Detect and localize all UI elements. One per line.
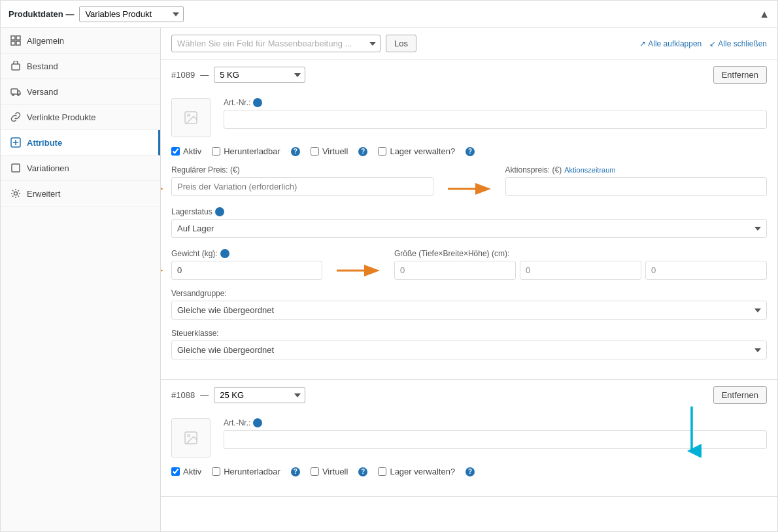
lagerstatus-label-1089: Lagerstatus ? [171, 207, 767, 216]
lagerstatus-row-1089: Lagerstatus ? Auf Lager Nicht auf Lager … [171, 207, 767, 238]
art-nr-help-1088[interactable]: ? [253, 418, 262, 427]
art-nr-container-1088: Art.-Nr.: ? [224, 418, 767, 449]
orange-arrow-price-middle [447, 165, 492, 198]
variation-image-1088[interactable] [171, 418, 211, 457]
sidebar-item-allgemein[interactable]: Allgemein [1, 28, 160, 54]
sidebar-item-erweitert[interactable]: Erweitert [1, 181, 160, 207]
tag-icon [10, 137, 22, 148]
steuerklasse-select-1089[interactable]: Gleiche wie übergeordnet [171, 341, 767, 359]
art-nr-label-1088: Art.-Nr.: ? [224, 418, 767, 427]
herunterladbar-checkbox-1089[interactable]: Herunterladbar [212, 146, 280, 156]
virtuell-help-1089[interactable]: ? [358, 147, 367, 156]
product-data-title: Produktdaten — [8, 9, 74, 19]
truck-icon [10, 86, 22, 97]
groesse-label-1089: Größe (Tiefe×Breite×Höhe) (cm): [394, 249, 767, 258]
variation-id-1088: #1088 [171, 390, 195, 400]
alle-aufklappen-link[interactable]: ↗ Alle aufklappen [639, 39, 702, 48]
weight-size-section-1089: Gewicht (kg): ? [171, 247, 767, 280]
hoehe-input-1089[interactable] [645, 261, 767, 280]
sidebar-label-bestand: Bestand [27, 61, 58, 71]
sidebar-label-versand: Versand [27, 87, 58, 97]
aktiv-checkbox-1089[interactable]: Aktiv [171, 146, 201, 156]
variation-header-1089: #1089 — 5 KG 10 KG 25 KG 50 KG Entfernen [161, 59, 777, 90]
gewicht-field-1089: Gewicht (kg): ? [171, 249, 322, 280]
gewicht-help-1089[interactable]: ? [220, 249, 229, 258]
lager-help-1088[interactable]: ? [465, 467, 475, 476]
sidebar-label-verlinkte-produkte: Verlinkte Produkte [27, 112, 96, 122]
sidebar-item-variationen[interactable]: Variationen [1, 156, 160, 181]
breite-input-1089[interactable] [520, 261, 641, 280]
gewicht-label-1089: Gewicht (kg): ? [171, 249, 322, 258]
svg-rect-2 [11, 41, 15, 45]
alle-schliessen-link[interactable]: ↙ Alle schließen [709, 39, 767, 48]
sidebar-item-attribute[interactable]: Attribute [1, 130, 160, 156]
variation-id-1089: #1089 [171, 70, 195, 80]
steuerklasse-row-1089: Steuerklasse: Gleiche wie übergeordnet [171, 329, 767, 359]
variation-top-row-1089: Art.-Nr.: ? [171, 98, 767, 137]
versandgruppe-select-1089[interactable]: Gleiche wie übergeordnet [171, 301, 767, 320]
virtuell-checkbox-1088[interactable]: Virtuell [311, 467, 348, 476]
size-inputs-1089 [394, 261, 767, 280]
variation-top-row-1088: Art.-Nr.: ? [171, 418, 767, 457]
sidebar-label-variationen: Variationen [27, 163, 69, 173]
product-type-select[interactable]: Variables Produkt [79, 6, 184, 22]
svg-point-6 [12, 94, 14, 95]
expand-controls: ↗ Alle aufklappen ↙ Alle schließen [639, 39, 767, 48]
art-nr-container-1089: Art.-Nr.: ? [224, 98, 767, 129]
sidebar-label-allgemein: Allgemein [27, 36, 64, 46]
virtuell-help-1088[interactable]: ? [358, 467, 367, 476]
groesse-field-1089: Größe (Tiefe×Breite×Höhe) (cm): [394, 249, 767, 280]
sidebar-item-bestand[interactable]: Bestand [1, 54, 160, 79]
herunterladbar-help-1089[interactable]: ? [291, 147, 300, 156]
variation-size-select-1089[interactable]: 5 KG 10 KG 25 KG 50 KG [214, 67, 305, 83]
aktiv-checkbox-1088[interactable]: Aktiv [171, 467, 201, 476]
lagerstatus-help-1089[interactable]: ? [215, 207, 224, 216]
variation-image-1089[interactable] [171, 98, 211, 137]
svg-rect-1 [16, 36, 20, 40]
svg-point-10 [14, 192, 18, 195]
tiefe-input-1089[interactable] [394, 261, 516, 280]
variation-body-1088: Art.-Nr.: ? [161, 410, 777, 496]
orange-arrow-weight-middle [335, 247, 381, 280]
svg-rect-0 [11, 36, 15, 40]
regulaer-preis-input-1089[interactable] [171, 177, 433, 196]
variation-header-1088: #1088 — 5 KG 10 KG 25 KG 50 KG Entfernen [161, 380, 777, 410]
collapse-icon: ↙ [709, 39, 716, 48]
gewicht-input-1089[interactable] [171, 261, 322, 280]
mass-edit-select[interactable]: Wählen Sie ein Feld für Massenbearbeitun… [171, 35, 381, 52]
regulaer-preis-field-1089: Regulärer Preis: (€) [171, 165, 433, 198]
art-nr-help-1089[interactable]: ? [253, 98, 262, 107]
entfernen-button-1088[interactable]: Entfernen [713, 386, 767, 404]
versandgruppe-label-1089: Versandgruppe: [171, 289, 767, 298]
lager-checkbox-1089[interactable]: Lager verwalten? [378, 146, 455, 156]
los-button[interactable]: Los [386, 35, 416, 52]
sidebar: Allgemein Bestand Versand [1, 28, 161, 531]
aktionspreis-label-1089: Aktionspreis: (€) Aktionszeitraum [505, 165, 768, 175]
collapse-header-button[interactable]: ▲ [759, 8, 770, 20]
svg-point-18 [188, 435, 190, 437]
variation-separator-1088: — [200, 390, 209, 400]
lagerstatus-select-1089[interactable]: Auf Lager Nicht auf Lager Auf Anfrage [171, 219, 767, 238]
virtuell-checkbox-1089[interactable]: Virtuell [311, 146, 348, 156]
variation-section-1089: #1089 — 5 KG 10 KG 25 KG 50 KG Entfernen [161, 59, 777, 380]
regulaer-preis-label-1089: Regulärer Preis: (€) [171, 165, 433, 175]
expand-icon: ↗ [639, 39, 646, 48]
aktionszeitraum-link-1089[interactable]: Aktionszeitraum [564, 166, 615, 174]
aktionspreis-input-1089[interactable] [505, 177, 768, 196]
box-icon [10, 60, 22, 72]
lager-help-1089[interactable]: ? [465, 147, 475, 156]
herunterladbar-checkbox-1088[interactable]: Herunterladbar [212, 467, 280, 476]
sidebar-item-verlinkte-produkte[interactable]: Verlinkte Produkte [1, 105, 160, 130]
gear-icon [10, 188, 22, 199]
lager-checkbox-1088[interactable]: Lager verwalten? [378, 467, 455, 476]
art-nr-input-1088[interactable] [224, 430, 767, 449]
link-icon [10, 111, 22, 123]
herunterladbar-help-1088[interactable]: ? [291, 467, 300, 476]
entfernen-button-1089[interactable]: Entfernen [713, 66, 767, 84]
checkboxes-row-1088: Aktiv Herunterladbar ? Virtuell ? [171, 467, 767, 476]
sidebar-item-versand[interactable]: Versand [1, 79, 160, 105]
art-nr-input-1089[interactable] [224, 110, 767, 129]
svg-point-7 [18, 94, 19, 95]
weight-size-row-1089: Gewicht (kg): ? [171, 247, 767, 280]
variation-size-select-1088[interactable]: 5 KG 10 KG 25 KG 50 KG [214, 387, 305, 403]
